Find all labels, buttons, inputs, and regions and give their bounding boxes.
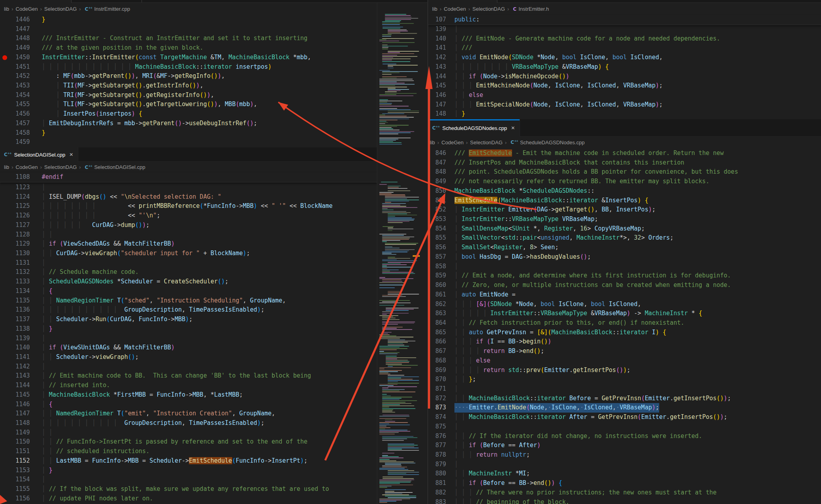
breadcrumb-item[interactable]: SelectionDAG [44,164,77,170]
line-number[interactable]: 1123 [0,183,30,192]
line-number[interactable]: 856 [428,243,446,252]
line-number[interactable]: 1137 [0,315,30,324]
breadcrumb-file[interactable]: ScheduleDAGSDNodes.cpp [520,140,585,145]
line-number[interactable]: 1458 [0,128,30,138]
line-number[interactable]: 144 [428,72,446,81]
line-number[interactable]: 1152 [0,456,30,466]
line-number[interactable]: 148 [428,109,446,119]
line-number[interactable]: 863 [428,309,446,318]
line-number[interactable]: 142 [428,53,446,62]
line-number[interactable]: 874 [428,413,446,422]
line-number[interactable]: 1125 [0,202,30,211]
line-number[interactable]: 880 [428,469,446,479]
line-number[interactable]: 1448 [0,34,30,43]
line-number[interactable]: 1144 [0,381,30,390]
line-number[interactable]: 1146 [0,400,30,409]
line-number[interactable]: 147 [428,100,446,110]
line-number[interactable]: 1456 [0,109,30,119]
line-number[interactable]: 145 [428,81,446,91]
line-number[interactable]: 876 [428,432,446,441]
breadcrumb[interactable]: lib›CodeGen›SelectionDAG›CScheduleDAGSDN… [428,137,821,148]
line-number[interactable]: 848 [428,167,446,177]
line-number[interactable]: 1142 [0,362,30,372]
line-number[interactable]: 1133 [0,277,30,287]
breadcrumb-file[interactable]: InstrEmitter.h [518,6,549,12]
line-number[interactable]: 882 [428,488,446,498]
line-number[interactable]: 854 [428,224,446,234]
tab-selectiondagisel-cpp[interactable]: C SelectionDAGISel.cpp ✕ [0,147,78,162]
breadcrumb[interactable]: lib›CodeGen›SelectionDAG›CSelectionDAGIS… [0,162,377,173]
line-number[interactable]: 1447 [0,25,30,34]
breadcrumb-item[interactable]: CodeGen [16,6,38,12]
line-number[interactable]: 1139 [0,334,30,343]
line-number[interactable]: 1147 [0,409,30,419]
line-number[interactable]: 869 [428,366,446,375]
line-number[interactable]: 849 [428,177,446,186]
line-number[interactable]: 862 [428,300,446,309]
line-number[interactable]: 1124 [0,192,30,202]
line-number[interactable]: 1453 [0,81,30,91]
line-number[interactable]: 860 [428,281,446,290]
line-number[interactable]: 1155 [0,485,30,494]
breadcrumb-item[interactable]: lib [430,140,435,145]
minimap-top-left[interactable] [378,12,422,146]
line-number[interactable]: 1129 [0,239,30,249]
line-number[interactable]: 143 [428,62,446,72]
line-number[interactable]: 877 [428,441,446,450]
line-number[interactable]: 1451 [0,62,30,72]
tab-scheduledagsdnodes-cpp[interactable]: C ScheduleDAGSDNodes.cpp ✕ [428,119,520,137]
line-number[interactable]: 1138 [0,324,30,334]
line-number[interactable]: 1154 [0,475,30,485]
line-number[interactable]: 1153 [0,466,30,475]
line-number[interactable]: 1140 [0,343,30,353]
line-number[interactable]: 873 [428,403,446,413]
line-number[interactable]: 1446 [0,15,30,25]
line-number[interactable]: 867 [428,347,446,356]
line-number[interactable]: 141 [428,43,446,53]
tab-instremitter-cpp-sliver[interactable] [0,0,71,3]
line-number[interactable]: 139 [428,25,446,34]
line-number[interactable]: 1145 [0,390,30,400]
tab-instremitter-h-sliver[interactable] [428,0,497,3]
line-number[interactable]: 858 [428,262,446,271]
breadcrumb-item[interactable]: CodeGen [441,140,464,145]
close-icon[interactable]: ✕ [511,125,515,131]
line-number[interactable]: 865 [428,328,446,337]
line-number[interactable]: 1454 [0,91,30,100]
line-number[interactable]: 1108 [0,173,30,182]
line-number[interactable]: 1150 [0,437,30,447]
close-icon[interactable]: ✕ [69,152,73,157]
line-number[interactable]: 1455 [0,100,30,109]
breadcrumb-item[interactable]: lib [4,6,9,12]
line-number[interactable]: 1143 [0,371,30,381]
breadcrumb[interactable]: lib›CodeGen›SelectionDAG›CInstrEmitter.c… [0,3,377,15]
line-number[interactable]: 1459 [0,138,30,147]
line-number[interactable]: 1148 [0,419,30,428]
line-number[interactable]: 1452 [0,72,30,81]
line-number[interactable]: 859 [428,271,446,281]
line-number[interactable]: 1457 [0,119,30,128]
line-number[interactable]: 850 [428,186,446,196]
line-number[interactable]: 881 [428,479,446,488]
line-number[interactable]: 870 [428,375,446,384]
breadcrumb-item[interactable]: lib [432,6,437,12]
line-number[interactable]: 1126 [0,211,30,221]
line-number[interactable]: 868 [428,356,446,366]
line-number[interactable]: 871 [428,384,446,394]
line-number[interactable]: 1132 [0,268,30,277]
line-number[interactable]: 1135 [0,296,30,306]
line-number[interactable]: 847 [428,158,446,168]
line-number[interactable]: 107 [428,15,446,25]
line-number[interactable]: 851 [428,196,446,205]
breadcrumb[interactable]: lib›CodeGen›SelectionDAG›CInstrEmitter.h [428,3,821,15]
line-number[interactable]: 1130 [0,249,30,258]
line-number[interactable]: 1149 [0,428,30,438]
line-number[interactable]: 879 [428,460,446,469]
line-number[interactable]: 866 [428,337,446,347]
line-number[interactable]: 1136 [0,305,30,315]
top-tabbar-sliver[interactable] [0,0,821,3]
line-number[interactable]: 857 [428,252,446,262]
line-number[interactable]: 855 [428,233,446,243]
line-number[interactable]: 140 [428,34,446,44]
line-number[interactable]: 861 [428,290,446,300]
